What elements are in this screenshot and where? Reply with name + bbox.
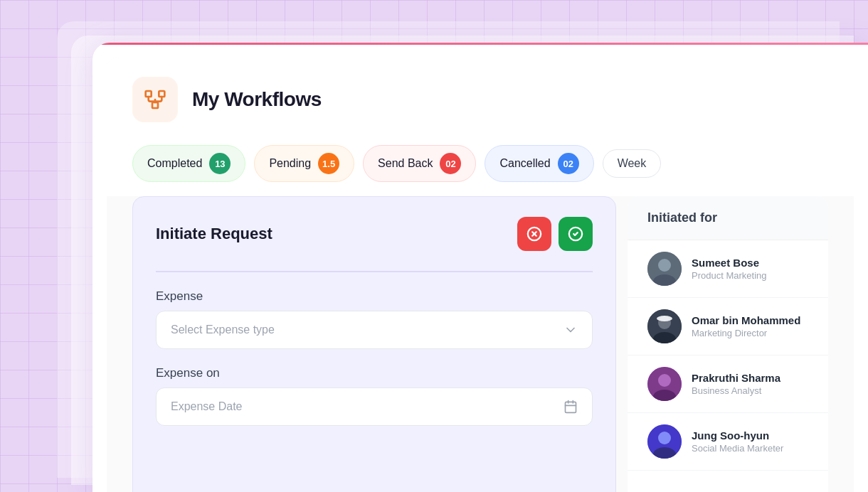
inner-frame: My Workflows Completed 13 Pending 1.5 Se… [107, 57, 854, 492]
person-list: Sumeet Bose Product Marketing [628, 240, 828, 471]
chevron-down-icon [563, 323, 578, 337]
tab-sendback-label: Send Back [378, 157, 433, 170]
list-item: Sumeet Bose Product Marketing [628, 240, 828, 298]
person-name: Prakruthi Sharma [692, 372, 780, 384]
expense-label: Expense [156, 289, 593, 304]
badge-completed: 13 [209, 153, 231, 174]
list-item: Prakruthi Sharma Business Analyst [628, 355, 828, 413]
divider [156, 271, 593, 272]
check-circle-icon [568, 226, 583, 242]
calendar-icon [563, 400, 578, 414]
tab-week[interactable]: Week [603, 149, 662, 178]
page-title: My Workflows [192, 88, 322, 111]
svg-point-13 [658, 259, 671, 272]
person-role: Social Media Marketer [692, 443, 783, 454]
tab-cancelled[interactable]: Cancelled 02 [485, 145, 593, 182]
avatar-image-prakruthi [647, 367, 682, 401]
avatar [647, 309, 682, 343]
list-item: Omar bin Mohammed Marketing Director [628, 298, 828, 355]
confirm-button[interactable] [559, 217, 593, 251]
expense-date-picker[interactable]: Expense Date [156, 387, 593, 426]
avatar [647, 424, 682, 459]
person-name: Sumeet Bose [692, 257, 767, 269]
tab-pending-label: Pending [269, 157, 311, 170]
expense-date-placeholder: Expense Date [171, 400, 243, 413]
person-info: Sumeet Bose Product Marketing [692, 257, 767, 281]
person-name: Omar bin Mohammed [692, 314, 800, 326]
person-role: Business Analyst [692, 385, 780, 396]
initiated-for-header: Initiated for [628, 196, 828, 240]
action-buttons [517, 217, 593, 251]
avatar-image-sumeet [647, 252, 682, 286]
tab-week-label: Week [618, 157, 647, 170]
panel-title: Initiate Request [156, 225, 272, 243]
badge-pending: 1.5 [318, 153, 339, 174]
avatar [647, 252, 682, 286]
content-area: Initiate Request [107, 196, 854, 492]
person-role: Product Marketing [692, 270, 767, 281]
person-name: Jung Soo-hyun [692, 429, 783, 442]
avatar-image-omar [647, 309, 682, 343]
initiated-for-panel: Initiated for Sumeet Bose Produ [628, 196, 828, 492]
expense-type-select[interactable]: Select Expense type [156, 311, 593, 349]
badge-sendback: 02 [440, 153, 461, 174]
avatar [647, 367, 682, 401]
person-info: Prakruthi Sharma Business Analyst [692, 372, 780, 396]
workflow-icon-container [132, 77, 178, 122]
badge-cancelled: 02 [558, 153, 579, 174]
initiate-request-panel: Initiate Request [132, 196, 616, 492]
expense-on-label: Expense on [156, 366, 593, 380]
tab-pending[interactable]: Pending 1.5 [254, 145, 354, 182]
tab-completed[interactable]: Completed 13 [132, 145, 245, 182]
avatar-image-jung [647, 424, 682, 459]
svg-point-20 [658, 374, 671, 387]
person-info: Jung Soo-hyun Social Media Marketer [692, 429, 783, 454]
tab-sendback[interactable]: Send Back 02 [363, 145, 476, 182]
expense-type-placeholder: Select Expense type [171, 323, 275, 336]
panel-header: Initiate Request [156, 217, 593, 251]
svg-rect-8 [566, 402, 576, 412]
filter-tabs-row: Completed 13 Pending 1.5 Send Back 02 Ca… [107, 137, 854, 196]
list-item: Jung Soo-hyun Social Media Marketer [628, 413, 828, 471]
person-role: Marketing Director [692, 328, 800, 338]
page-header: My Workflows [107, 57, 854, 137]
workflow-icon [144, 88, 166, 111]
tab-cancelled-label: Cancelled [499, 157, 550, 170]
person-info: Omar bin Mohammed Marketing Director [692, 314, 800, 338]
cancel-button[interactable] [517, 217, 551, 251]
svg-point-23 [658, 432, 671, 444]
x-circle-icon [526, 226, 542, 242]
main-card: My Workflows Completed 13 Pending 1.5 Se… [92, 43, 868, 492]
svg-point-18 [657, 316, 672, 321]
tab-completed-label: Completed [147, 157, 202, 170]
